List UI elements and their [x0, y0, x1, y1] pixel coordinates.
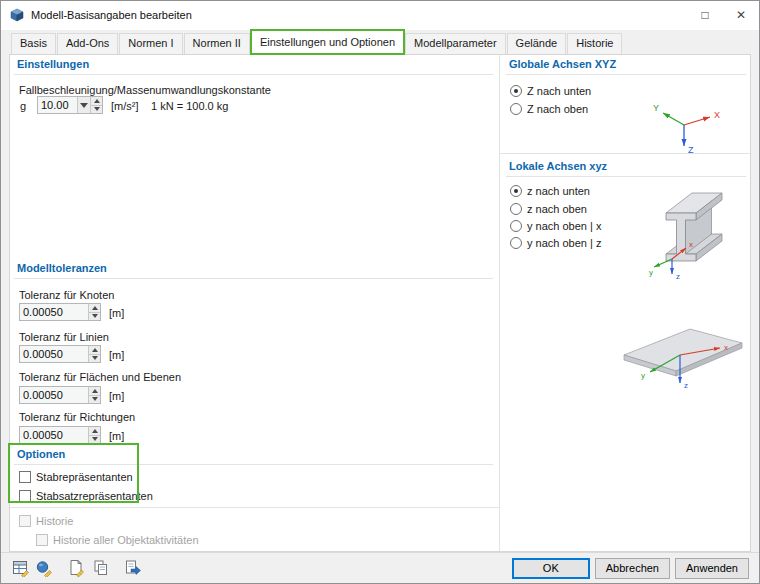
- edit-page-icon[interactable]: [67, 558, 87, 578]
- tab-add-ons[interactable]: Add-Ons: [57, 33, 118, 54]
- units-decimals-icon[interactable]: [11, 558, 31, 578]
- ok-button[interactable]: OK: [512, 558, 590, 579]
- spin-down-icon[interactable]: [89, 354, 100, 363]
- historie-checkbox: Historie: [19, 514, 73, 528]
- tolerance-linien-field: [19, 345, 101, 363]
- spin-up-icon[interactable]: [89, 346, 100, 354]
- spin-up-icon[interactable]: [89, 427, 100, 435]
- global-y-axis-label: Y: [653, 103, 659, 113]
- settings-section-title: Einstellungen: [14, 57, 493, 75]
- stabrepraesentanten-checkbox[interactable]: Stabrepräsentanten: [19, 470, 133, 484]
- left-pane: Einstellungen Fallbeschleunigung/Massenu…: [10, 55, 499, 551]
- radio-label: z nach oben: [527, 203, 587, 215]
- unit-label: [m]: [109, 389, 124, 403]
- unit-label: [m]: [109, 306, 124, 320]
- global-axes-graphic: X Y Z: [652, 99, 724, 155]
- conversion-note: 1 kN = 100.0 kg: [151, 99, 228, 113]
- cancel-button[interactable]: Abbrechen: [595, 558, 670, 579]
- spin-down-icon[interactable]: [89, 395, 100, 404]
- tolerance-linien-input[interactable]: [20, 346, 88, 362]
- divider: [500, 153, 750, 154]
- global-z-up-radio[interactable]: Z nach oben: [510, 102, 588, 116]
- footer-bar: OK Abbrechen Anwenden: [1, 552, 759, 583]
- gravity-spinner: [90, 97, 102, 113]
- divider: [10, 507, 499, 508]
- radio-circle[interactable]: [510, 85, 522, 97]
- tolerance-richtungen-field: [19, 426, 101, 444]
- surface-y-axis-label: y: [641, 371, 645, 380]
- tab-normen-1[interactable]: Normen I: [119, 33, 182, 54]
- tab-basis[interactable]: Basis: [11, 33, 56, 54]
- tolerances-section-title: Modelltoleranzen: [14, 261, 493, 279]
- member-z-axis-label: z: [676, 272, 680, 281]
- radio-circle[interactable]: [510, 220, 522, 232]
- tab-normen-2[interactable]: Normen II: [184, 33, 250, 54]
- gravity-dropdown-arrow-icon[interactable]: [77, 97, 90, 113]
- paste-icon[interactable]: [123, 558, 143, 578]
- global-axes-section-title: Globale Achsen XYZ: [506, 57, 746, 75]
- local-y-up-z-radio[interactable]: y nach oben | z: [510, 236, 601, 250]
- spin-up-icon[interactable]: [89, 387, 100, 395]
- global-x-axis-label: X: [714, 110, 720, 120]
- surface-z-axis-label: z: [684, 381, 688, 390]
- close-button[interactable]: ✕: [723, 1, 759, 30]
- radio-circle[interactable]: [510, 237, 522, 249]
- spin-down-icon[interactable]: [91, 105, 102, 114]
- options-section-title: Optionen: [14, 447, 493, 465]
- tab-gelaende[interactable]: Gelände: [507, 33, 567, 54]
- right-pane: Globale Achsen XYZ Z nach unten Z nach o…: [499, 55, 750, 551]
- tolerance-knoten-input[interactable]: [20, 304, 88, 320]
- tolerance-flaechen-field: [19, 386, 101, 404]
- gravity-unit-label: [m/s²]: [111, 99, 139, 113]
- checkbox-label: Stabrepräsentanten: [36, 471, 133, 483]
- global-z-down-radio[interactable]: Z nach unten: [510, 84, 591, 98]
- radio-label: y nach oben | z: [527, 237, 601, 249]
- local-axes-section-title: Lokale Achsen xyz: [506, 159, 746, 177]
- checkbox-box[interactable]: [19, 490, 31, 502]
- copy-icon[interactable]: [91, 558, 111, 578]
- tolerance-richtungen-input[interactable]: [20, 427, 88, 443]
- gravity-field: [37, 96, 103, 114]
- maximize-button[interactable]: □: [687, 1, 723, 30]
- member-section-graphic: x y z: [648, 179, 748, 281]
- tab-einstellungen-und-optionen[interactable]: Einstellungen und Optionen: [251, 30, 404, 54]
- g-symbol-label: g: [20, 99, 26, 113]
- tolerance-linien-label: Toleranz für Linien: [19, 330, 109, 344]
- apply-button[interactable]: Anwenden: [675, 558, 749, 579]
- tab-bar: Basis Add-Ons Normen I Normen II Einstel…: [9, 30, 751, 54]
- local-z-up-radio[interactable]: z nach oben: [510, 202, 587, 216]
- radio-label: Z nach unten: [527, 85, 591, 97]
- radio-circle[interactable]: [510, 185, 522, 197]
- spinner: [88, 304, 100, 320]
- dialog-window: Modell-Basisangaben bearbeiten □ ✕ Basis…: [0, 0, 760, 584]
- local-z-down-radio[interactable]: z nach unten: [510, 184, 590, 198]
- titlebar: Modell-Basisangaben bearbeiten □ ✕: [1, 1, 759, 30]
- surface-x-axis-label: x: [724, 343, 728, 352]
- gravity-input[interactable]: [38, 97, 77, 113]
- spin-down-icon[interactable]: [89, 312, 100, 321]
- checkbox-box: [19, 515, 31, 527]
- comment-icon[interactable]: [35, 558, 55, 578]
- dialog-content: Einstellungen Fallbeschleunigung/Massenu…: [9, 54, 751, 552]
- tolerance-knoten-label: Toleranz für Knoten: [19, 288, 114, 302]
- spin-down-icon[interactable]: [89, 435, 100, 444]
- tab-historie[interactable]: Historie: [567, 33, 622, 54]
- spinner: [88, 427, 100, 443]
- radio-circle[interactable]: [510, 103, 522, 115]
- stabsatzrepraesentanten-checkbox[interactable]: Stabsatzrepräsentanten: [19, 489, 153, 503]
- member-y-axis-label: y: [649, 268, 653, 277]
- spin-up-icon[interactable]: [89, 304, 100, 312]
- local-y-up-x-radio[interactable]: y nach oben | x: [510, 219, 601, 233]
- radio-label: z nach unten: [527, 185, 590, 197]
- radio-circle[interactable]: [510, 203, 522, 215]
- tolerance-flaechen-input[interactable]: [20, 387, 88, 403]
- checkbox-box[interactable]: [19, 471, 31, 483]
- radio-label: Z nach oben: [527, 103, 588, 115]
- spin-up-icon[interactable]: [91, 97, 102, 105]
- surface-section-graphic: x y z: [616, 315, 748, 401]
- checkbox-box: [36, 534, 48, 546]
- historie-aller-objektaktivitaeten-checkbox: Historie aller Objektaktivitäten: [36, 533, 199, 547]
- unit-label: [m]: [109, 348, 124, 362]
- member-x-axis-label: x: [689, 240, 693, 249]
- tab-modellparameter[interactable]: Modellparameter: [405, 33, 506, 54]
